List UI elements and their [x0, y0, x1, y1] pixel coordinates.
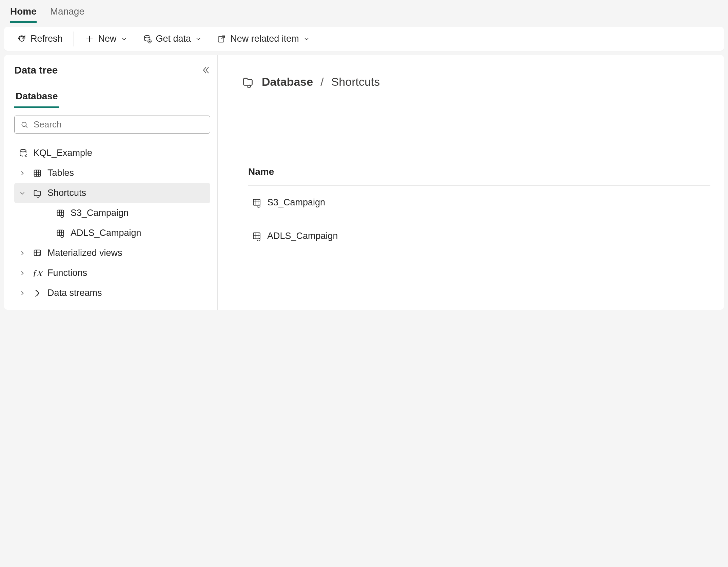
new-button[interactable]: New — [79, 30, 134, 47]
data-stream-icon — [32, 288, 43, 298]
table-shortcut-icon — [55, 208, 66, 218]
tab-manage[interactable]: Manage — [50, 6, 84, 23]
sidebar-tabs: Database — [14, 86, 210, 108]
tree-node-matviews[interactable]: Materialized views — [14, 243, 210, 263]
search-box[interactable] — [14, 116, 210, 134]
tree-item-shortcut[interactable]: S3_Campaign — [14, 203, 210, 223]
content-area: Data tree Database KQL_Example Tables — [4, 55, 724, 310]
table-row[interactable]: ADLS_Campaign — [248, 219, 710, 253]
main-panel: Database / Shortcuts Name S3_Campaign AD… — [218, 55, 724, 310]
database-icon — [18, 148, 28, 158]
chevron-right-icon — [18, 289, 27, 297]
tree-node-datastreams[interactable]: Data streams — [14, 283, 210, 303]
folder-shortcut-icon — [32, 188, 43, 198]
breadcrumb-database[interactable]: Database — [262, 75, 313, 88]
breadcrumb-current: Shortcuts — [331, 75, 380, 88]
get-data-button[interactable]: Get data — [136, 30, 208, 47]
top-tabs: Home Manage — [0, 0, 728, 23]
row-name: ADLS_Campaign — [267, 231, 338, 241]
search-input[interactable] — [34, 119, 204, 130]
sidebar: Data tree Database KQL_Example Tables — [4, 55, 218, 310]
tree-label: Materialized views — [47, 248, 122, 258]
tree-label: Tables — [47, 168, 74, 178]
tree-label: Data streams — [47, 288, 102, 298]
refresh-icon — [17, 34, 26, 44]
function-icon: ƒ𝑥 — [32, 268, 43, 278]
tree-label: Shortcuts — [47, 188, 86, 198]
tab-home[interactable]: Home — [10, 6, 37, 23]
refresh-button[interactable]: Refresh — [11, 30, 69, 47]
tree-node-tables[interactable]: Tables — [14, 163, 210, 183]
open-external-icon — [217, 34, 226, 44]
refresh-label: Refresh — [31, 34, 63, 44]
table-shortcut-icon — [252, 231, 262, 241]
new-related-label: New related item — [230, 34, 299, 44]
table-icon — [32, 168, 43, 178]
shortcuts-table: Name S3_Campaign ADLS_Campaign — [241, 166, 710, 253]
tree-label: ADLS_Campaign — [71, 228, 141, 238]
chevron-right-icon — [18, 249, 27, 257]
breadcrumb-separator: / — [320, 75, 323, 88]
tree-node-functions[interactable]: ƒ𝑥 Functions — [14, 263, 210, 283]
search-icon — [20, 120, 29, 129]
chevron-right-icon — [18, 269, 27, 277]
chevron-down-icon — [121, 36, 127, 42]
table-row[interactable]: S3_Campaign — [248, 186, 710, 219]
divider — [321, 32, 321, 46]
tree-label: KQL_Example — [33, 148, 92, 158]
table-shortcut-icon — [252, 198, 262, 208]
tree-label: Functions — [47, 268, 87, 278]
get-data-label: Get data — [156, 34, 191, 44]
folder-shortcut-icon — [241, 76, 254, 88]
database-download-icon — [142, 34, 152, 44]
chevron-down-icon — [18, 189, 27, 197]
chevron-right-icon — [18, 169, 27, 177]
new-label: New — [98, 34, 117, 44]
chevron-down-icon — [303, 36, 310, 42]
tree-node-shortcuts[interactable]: Shortcuts — [14, 183, 210, 203]
collapse-icon[interactable] — [200, 65, 210, 75]
tree-node-database[interactable]: KQL_Example — [14, 143, 210, 163]
tree-label: S3_Campaign — [71, 208, 129, 218]
toolbar: Refresh New Get data New related item — [4, 27, 724, 51]
column-header-name[interactable]: Name — [248, 166, 710, 186]
sidebar-title: Data tree — [14, 64, 58, 76]
tree-item-shortcut[interactable]: ADLS_Campaign — [14, 223, 210, 243]
divider — [74, 32, 74, 46]
plus-icon — [85, 34, 94, 44]
row-name: S3_Campaign — [267, 197, 325, 208]
table-shortcut-icon — [55, 228, 66, 238]
tab-database[interactable]: Database — [14, 86, 59, 108]
new-related-button[interactable]: New related item — [211, 30, 316, 47]
chevron-down-icon — [195, 36, 202, 42]
materialized-view-icon — [32, 248, 43, 258]
sidebar-header: Data tree — [14, 64, 210, 76]
data-tree: KQL_Example Tables Shortcuts S3_Campaign… — [14, 143, 210, 303]
breadcrumb: Database / Shortcuts — [241, 75, 710, 88]
